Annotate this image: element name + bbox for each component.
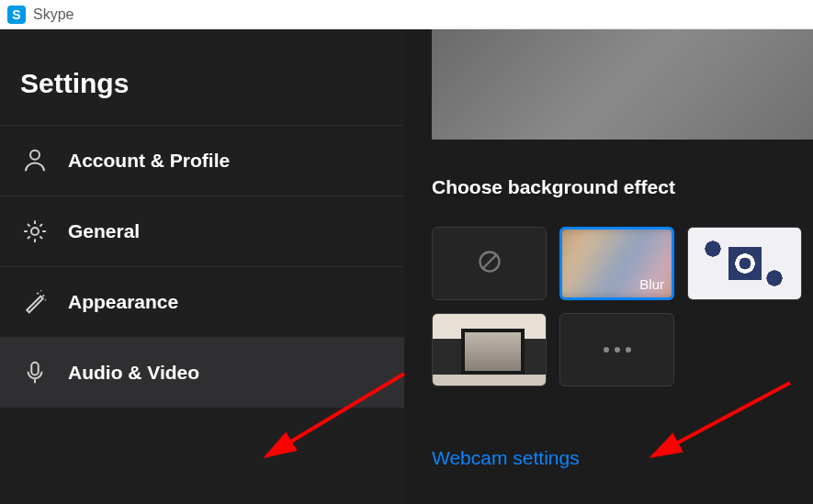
effect-grid: Blur <box>432 227 802 386</box>
wand-icon <box>20 287 50 317</box>
titlebar: S Skype <box>0 0 813 29</box>
svg-line-8 <box>652 383 790 456</box>
settings-content: Choose background effect Blur <box>404 29 813 504</box>
sidebar-item-label: General <box>68 220 140 242</box>
more-icon <box>604 347 631 353</box>
room-preview <box>433 314 546 386</box>
sidebar-item-general[interactable]: General <box>0 196 404 266</box>
sidebar-item-label: Account & Profile <box>68 150 230 172</box>
none-icon <box>477 249 502 278</box>
effect-label: Blur <box>639 276 664 292</box>
sidebar-item-appearance[interactable]: Appearance <box>0 266 404 337</box>
sidebar-item-label: Audio & Video <box>68 362 199 384</box>
svg-line-4 <box>483 255 496 268</box>
sidebar-item-account-profile[interactable]: Account & Profile <box>0 125 404 196</box>
settings-sidebar: Settings Account & Profile General <box>0 29 404 504</box>
sidebar-item-audio-video[interactable]: Audio & Video <box>0 337 404 408</box>
effect-pattern[interactable] <box>687 227 802 300</box>
app-name: Skype <box>33 6 73 23</box>
skype-logo-icon: S <box>7 6 26 24</box>
svg-point-0 <box>30 151 40 160</box>
mic-icon <box>20 358 50 387</box>
video-preview <box>432 29 813 140</box>
webcam-settings-link[interactable]: Webcam settings <box>432 447 580 469</box>
logo-letter: S <box>12 7 20 22</box>
pattern-preview <box>688 228 801 299</box>
svg-point-1 <box>31 228 39 235</box>
effect-more[interactable] <box>559 313 674 386</box>
effect-none[interactable] <box>432 227 547 300</box>
effect-room[interactable] <box>432 313 547 386</box>
gear-icon <box>20 217 50 246</box>
svg-rect-2 <box>31 363 39 375</box>
person-icon <box>20 146 50 175</box>
effect-blur[interactable]: Blur <box>559 227 674 300</box>
background-effect-title: Choose background effect <box>432 176 675 198</box>
sidebar-item-label: Appearance <box>68 291 178 313</box>
settings-title: Settings <box>0 29 404 125</box>
